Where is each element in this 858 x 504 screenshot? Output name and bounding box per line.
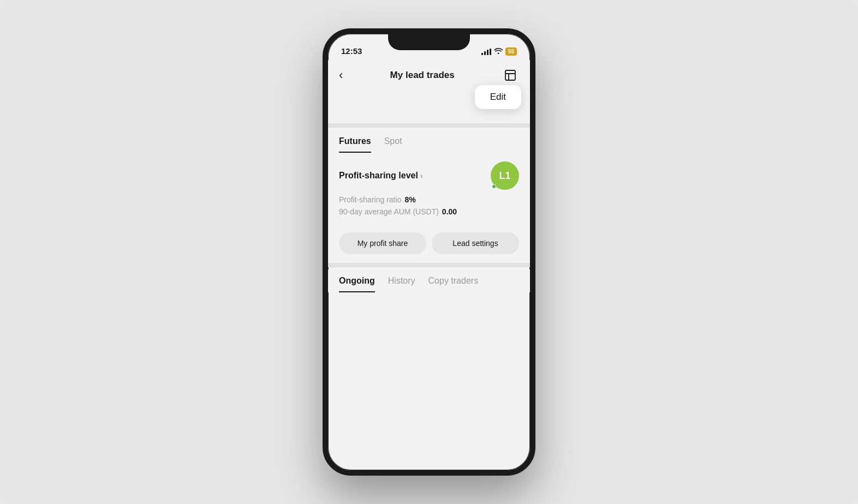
signal-bar-2	[484, 51, 486, 55]
page-title: My lead trades	[390, 70, 455, 81]
profit-ratio-row: Profit-sharing ratio 8%	[339, 195, 519, 204]
level-status-dot	[492, 184, 496, 189]
edit-label: Edit	[490, 92, 506, 102]
scene: 12:53 55	[0, 0, 858, 504]
profit-section: Profit-sharing level › L1 Profit-sharing…	[328, 153, 530, 228]
back-button[interactable]: ‹	[339, 68, 343, 82]
profit-ratio-label: Profit-sharing ratio	[339, 195, 401, 204]
signal-bar-3	[487, 50, 488, 55]
phone-content: ‹ My lead trades Edit	[328, 60, 530, 470]
wifi-icon	[494, 47, 503, 56]
tab-futures[interactable]: Futures	[339, 136, 371, 153]
bottom-tabs-section: Ongoing History Copy traders	[328, 269, 530, 292]
tab-history[interactable]: History	[388, 276, 415, 292]
profit-level-label: Profit-sharing level ›	[339, 171, 423, 181]
aum-label: 90-day average AUM (USDT)	[339, 207, 439, 216]
svg-rect-0	[505, 70, 515, 80]
chevron-right-icon: ›	[420, 171, 423, 180]
level-badge: L1	[491, 161, 519, 190]
signal-bars-icon	[481, 49, 491, 55]
signal-bar-1	[481, 53, 483, 55]
my-profit-share-button[interactable]: My profit share	[339, 232, 426, 254]
section-divider	[328, 123, 530, 128]
profit-ratio-value: 8%	[404, 195, 415, 204]
profit-level-label-group[interactable]: Profit-sharing level ›	[339, 171, 423, 181]
phone-notch	[388, 34, 470, 50]
book-icon[interactable]	[502, 67, 519, 84]
phone-frame: 12:53 55	[323, 28, 535, 476]
status-time: 12:53	[341, 46, 362, 56]
tab-spot[interactable]: Spot	[384, 136, 402, 153]
aum-value: 0.00	[442, 207, 457, 216]
bottom-tabs-row: Ongoing History Copy traders	[339, 269, 519, 292]
tab-copy-traders[interactable]: Copy traders	[428, 276, 479, 292]
tab-ongoing[interactable]: Ongoing	[339, 276, 375, 292]
battery-badge: 55	[505, 47, 517, 56]
edit-popup[interactable]: Edit	[475, 85, 521, 109]
signal-bar-4	[490, 49, 491, 55]
market-tabs: Futures Spot	[328, 128, 530, 153]
tabs-row: Futures Spot	[339, 128, 519, 153]
profit-level-row: Profit-sharing level › L1	[339, 161, 519, 190]
lead-settings-button[interactable]: Lead settings	[432, 232, 519, 254]
aum-row: 90-day average AUM (USDT) 0.00	[339, 207, 519, 216]
status-icons: 55	[481, 47, 517, 56]
action-buttons: My profit share Lead settings	[328, 228, 530, 263]
edit-popup-area: Edit	[328, 91, 530, 123]
section-divider-2	[328, 263, 530, 267]
